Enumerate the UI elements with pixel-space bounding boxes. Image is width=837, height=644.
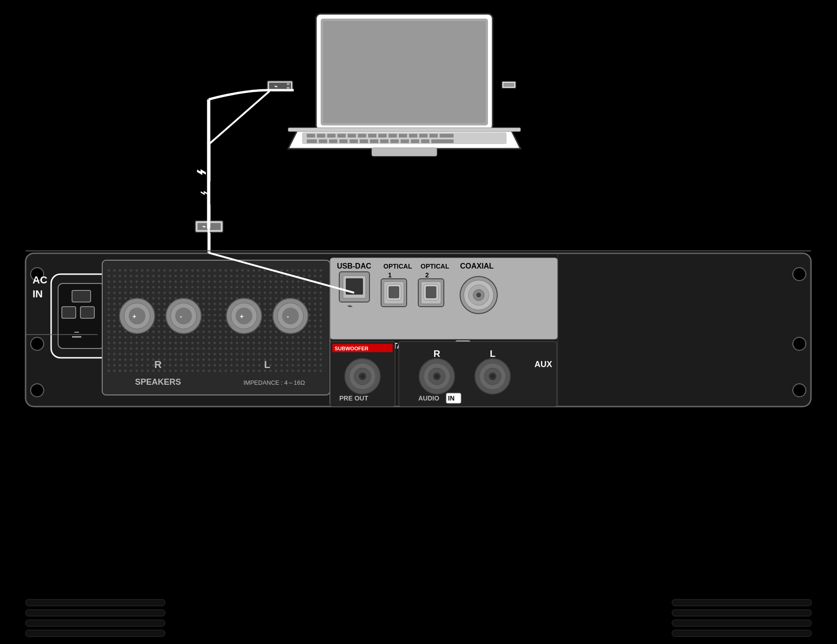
svg-text:-: - [287, 313, 289, 320]
svg-rect-27 [390, 139, 399, 143]
svg-rect-32 [372, 148, 437, 156]
svg-rect-6 [317, 134, 325, 138]
svg-text:⌁: ⌁ [202, 223, 206, 230]
svg-point-129 [435, 375, 438, 378]
svg-rect-28 [401, 139, 409, 143]
svg-text:COAXIAL: COAXIAL [460, 262, 494, 270]
speakers-section: + - + [102, 260, 330, 395]
pre-out-section: SUBWOOFER PRE OUT [330, 342, 395, 407]
svg-rect-18 [440, 134, 454, 138]
svg-rect-143 [672, 599, 811, 606]
svg-rect-17 [429, 134, 438, 138]
svg-rect-15 [409, 134, 417, 138]
svg-text:L: L [264, 359, 270, 370]
svg-text:IMPEDANCE : 4～16Ω: IMPEDANCE : 4～16Ω [244, 379, 305, 386]
svg-point-52 [31, 384, 44, 397]
svg-text:R: R [434, 348, 441, 359]
svg-rect-24 [360, 139, 368, 143]
svg-text:L: L [490, 348, 495, 359]
svg-text:2: 2 [425, 271, 429, 279]
svg-point-67 [129, 308, 145, 324]
svg-text:OPTICAL: OPTICAL [421, 263, 449, 270]
svg-text:+: + [132, 313, 136, 320]
svg-text:AC: AC [33, 274, 47, 286]
amp-back-panel: AC IN [26, 253, 811, 407]
diagram-container: ⌁ ⌁ ⌁ [0, 0, 837, 644]
svg-rect-21 [329, 139, 337, 143]
svg-text:SUBWOOFER: SUBWOOFER [335, 346, 369, 351]
svg-rect-20 [319, 139, 327, 143]
svg-rect-96 [389, 286, 399, 298]
svg-rect-142 [26, 630, 165, 637]
svg-point-51 [31, 337, 44, 350]
svg-point-134 [491, 375, 494, 378]
svg-rect-35 [503, 83, 514, 87]
svg-text:IN: IN [448, 394, 455, 402]
audio-in-section: R L AUX AUDIO [399, 342, 557, 407]
digital-audio-section: USB-DAC ⌁ OPTICAL 1 [330, 258, 558, 351]
coaxial-connector: COAXIAL [460, 262, 497, 314]
svg-rect-145 [672, 620, 811, 626]
svg-rect-14 [399, 134, 407, 138]
svg-text:AUX: AUX [534, 360, 552, 369]
svg-rect-139 [26, 599, 165, 606]
svg-text:OPTICAL: OPTICAL [383, 263, 412, 270]
svg-point-75 [236, 308, 252, 324]
svg-text:SPEAKERS: SPEAKERS [135, 377, 181, 387]
svg-text:USB-DAC: USB-DAC [337, 262, 371, 270]
svg-text:AUDIO: AUDIO [418, 394, 439, 402]
svg-rect-5 [307, 134, 315, 138]
svg-rect-39 [287, 83, 290, 85]
svg-point-55 [793, 384, 806, 397]
svg-rect-30 [421, 139, 429, 143]
svg-rect-25 [370, 139, 378, 143]
svg-rect-8 [337, 134, 346, 138]
svg-point-54 [793, 337, 806, 350]
svg-rect-61 [62, 307, 76, 318]
svg-point-79 [282, 308, 299, 324]
svg-rect-12 [378, 134, 387, 138]
svg-rect-40 [287, 87, 290, 89]
svg-point-71 [175, 308, 192, 324]
svg-rect-11 [368, 134, 376, 138]
svg-text:-: - [180, 313, 182, 320]
svg-rect-144 [672, 610, 811, 616]
svg-rect-23 [349, 139, 358, 143]
svg-rect-62 [80, 307, 94, 318]
svg-rect-60 [72, 290, 91, 302]
svg-point-119 [361, 375, 364, 378]
svg-text:1: 1 [388, 271, 392, 279]
svg-text:+: + [240, 313, 244, 320]
svg-rect-140 [26, 610, 165, 616]
svg-text:PRE OUT: PRE OUT [339, 394, 369, 402]
svg-rect-89 [346, 278, 363, 295]
svg-rect-19 [307, 139, 317, 143]
svg-rect-29 [411, 139, 419, 143]
svg-rect-33 [288, 128, 521, 131]
svg-rect-10 [358, 134, 366, 138]
svg-rect-7 [327, 134, 336, 138]
svg-text:⌁: ⌁ [347, 301, 353, 311]
svg-rect-3 [323, 21, 486, 123]
svg-rect-9 [348, 134, 356, 138]
svg-rect-31 [431, 139, 454, 143]
svg-rect-16 [419, 134, 428, 138]
svg-point-108 [476, 293, 481, 297]
svg-rect-146 [672, 630, 811, 637]
svg-point-53 [793, 268, 806, 281]
svg-rect-102 [426, 286, 436, 298]
svg-text:IN: IN [33, 288, 43, 300]
svg-text:⌁: ⌁ [274, 83, 277, 90]
svg-rect-26 [380, 139, 389, 143]
svg-rect-13 [389, 134, 397, 138]
svg-text:R: R [154, 359, 162, 370]
svg-rect-22 [339, 139, 348, 143]
laptop-illustration [288, 14, 521, 156]
svg-rect-141 [26, 620, 165, 626]
svg-text:⌁: ⌁ [196, 162, 206, 181]
